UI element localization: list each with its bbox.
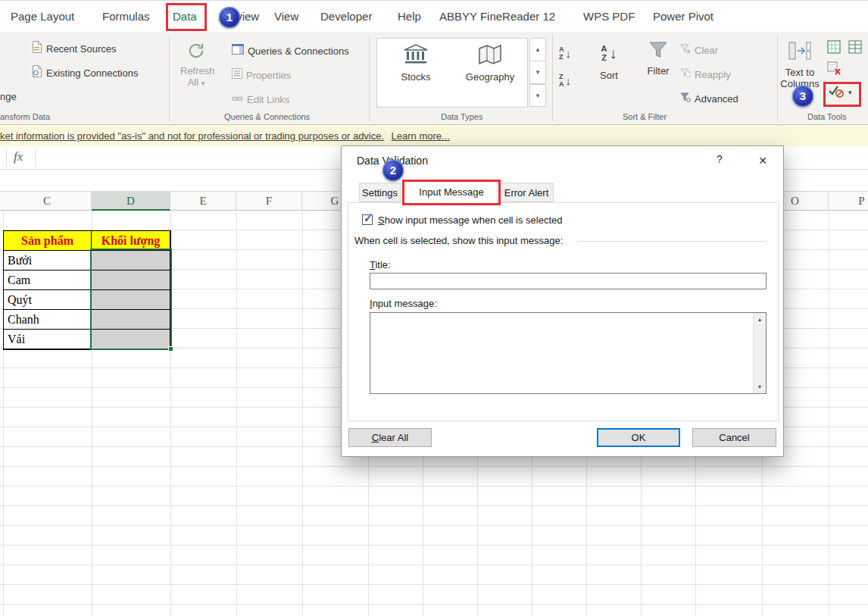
tab-input-message[interactable]: Input Message: [405, 180, 498, 203]
title-input[interactable]: [370, 273, 767, 289]
queries-connections-label: Queries & Connections: [248, 45, 349, 57]
text-to-columns-button[interactable]: Text to Columns: [780, 41, 820, 89]
market-disclaimer-text: ket information is provided "as-is" and …: [0, 130, 384, 142]
scrollbar-up-button[interactable]: ▴: [754, 313, 766, 326]
cell-weight[interactable]: [92, 251, 170, 270]
arrow-down-icon: ↓: [566, 74, 572, 87]
ok-button[interactable]: OK: [597, 428, 680, 447]
active-tab-underline: [170, 29, 205, 31]
tab-abbyy-finereader[interactable]: ABBYY FineReader 12: [439, 1, 555, 33]
cell-product[interactable]: Cam: [4, 270, 92, 290]
cell-weight[interactable]: [92, 310, 170, 330]
queries-connections-icon: [232, 44, 244, 58]
stocks-data-type[interactable]: Stocks: [379, 43, 453, 104]
advanced-filter-label: Advanced: [695, 93, 738, 105]
annotation-step-1: 1: [219, 7, 240, 28]
cancel-button[interactable]: Cancel: [692, 428, 776, 447]
clear-all-button[interactable]: Clear All: [348, 428, 432, 447]
learn-more-link[interactable]: Learn more...: [392, 130, 450, 142]
tab-error-alert[interactable]: Error Alert: [499, 183, 554, 202]
gallery-more-icon: ▾: [536, 92, 540, 99]
tab-wps-pdf[interactable]: WPS PDF: [583, 1, 635, 33]
cell-product[interactable]: Quýt: [4, 290, 92, 310]
properties-button[interactable]: Properties: [232, 67, 291, 83]
table-header-weight[interactable]: Khối lượng: [92, 231, 170, 251]
get-transform-group-label: ansform Data: [0, 112, 50, 121]
reapply-label: Reapply: [695, 69, 731, 80]
data-validation-button[interactable]: ▾: [827, 85, 852, 100]
arrow-down-icon: ↓: [566, 47, 572, 60]
table-header-product[interactable]: Sản phẩm: [4, 231, 92, 251]
tab-power-pivot[interactable]: Power Pivot: [653, 1, 713, 33]
tab-help[interactable]: Help: [398, 1, 421, 33]
from-table-range-label-cut[interactable]: nge: [0, 91, 17, 102]
sort-ascending-button[interactable]: AZ ↓: [559, 41, 588, 65]
tab-data[interactable]: Data: [173, 1, 197, 33]
geography-data-type[interactable]: Geography: [453, 43, 527, 104]
recent-sources-button[interactable]: Recent Sources: [32, 41, 117, 56]
column-header-d[interactable]: D: [92, 192, 170, 211]
recent-sources-label: Recent Sources: [46, 43, 117, 55]
textarea-scrollbar[interactable]: ▴ ▾: [753, 313, 766, 393]
tab-page-layout[interactable]: Page Layout: [11, 1, 74, 33]
column-header-c[interactable]: C: [3, 192, 92, 211]
remove-duplicates-button[interactable]: [827, 62, 841, 77]
geography-icon: [476, 55, 504, 68]
show-input-message-checkbox[interactable]: ✓: [362, 214, 373, 225]
remove-duplicates-icon: [827, 61, 841, 78]
filter-icon: [648, 49, 668, 62]
clear-filter-button[interactable]: Clear: [680, 42, 718, 58]
stocks-label: Stocks: [379, 71, 453, 83]
flash-fill-button[interactable]: [827, 41, 841, 56]
title-label: Title:: [370, 259, 391, 270]
sort-button[interactable]: AZ ↓ Sort: [591, 39, 627, 81]
dialog-close-button[interactable]: ✕: [752, 151, 773, 170]
sort-filter-group-label: Sort & Filter: [623, 112, 667, 121]
ribbon: Recent Sources Existing Connections nge …: [0, 32, 868, 125]
data-types-gallery: Stocks Geography: [376, 38, 528, 108]
gallery-more-button[interactable]: ▾: [529, 83, 546, 107]
data-validation-icon: [827, 83, 845, 102]
existing-connections-button[interactable]: Existing Connections: [32, 65, 138, 80]
column-header-e[interactable]: E: [170, 192, 236, 211]
fx-icon[interactable]: fx: [14, 149, 23, 164]
cell-weight[interactable]: [92, 270, 170, 290]
clear-filter-icon: [680, 43, 691, 57]
gallery-scroll-down-button[interactable]: ▾: [529, 61, 546, 84]
data-tools-group-label: Data Tools: [807, 112, 847, 121]
sort-descending-button[interactable]: ZA ↓: [559, 68, 588, 92]
gallery-scroll-up-button[interactable]: ▴: [529, 38, 546, 61]
text-to-columns-label-line1: Text to: [780, 67, 820, 78]
product-table: Sản phẩm Khối lượng Bưởi Cam Quýt Chanh …: [3, 230, 171, 350]
column-header-p[interactable]: P: [829, 192, 868, 211]
queries-group-label: Queries & Connections: [224, 112, 310, 121]
tab-view[interactable]: View: [274, 1, 298, 33]
sort-icon: AZ: [601, 44, 607, 62]
data-model-icon[interactable]: [848, 41, 862, 56]
scrollbar-down-button[interactable]: ▾: [754, 380, 766, 393]
refresh-all-button[interactable]: Refresh All ▾: [180, 41, 212, 88]
input-message-textarea[interactable]: ▴ ▾: [370, 312, 767, 394]
reapply-button[interactable]: Reapply: [680, 67, 731, 82]
dialog-help-button[interactable]: ?: [711, 153, 728, 165]
tab-settings[interactable]: Settings: [359, 183, 401, 202]
cell-product[interactable]: Bưởi: [4, 251, 92, 270]
cell-product[interactable]: Vải: [4, 330, 92, 349]
cell-product[interactable]: Chanh: [4, 310, 92, 330]
advanced-filter-button[interactable]: Advanced: [680, 91, 738, 106]
filter-button[interactable]: Filter: [639, 41, 678, 77]
ribbon-divider: [777, 35, 778, 121]
tab-developer[interactable]: Developer: [320, 1, 372, 33]
annotation-step-3: 3: [792, 86, 813, 107]
refresh-label-line2: All ▾: [180, 77, 212, 88]
ribbon-divider: [552, 35, 553, 121]
cell-weight[interactable]: [92, 330, 170, 349]
ribbon-tab-bar: Page Layout Formulas Data Review View De…: [0, 0, 868, 32]
cell-weight[interactable]: [92, 290, 170, 310]
column-header-f[interactable]: F: [236, 192, 302, 211]
show-input-message-label: Show input message when cell is selected: [378, 214, 563, 226]
existing-connections-label: Existing Connections: [46, 67, 138, 79]
queries-connections-button[interactable]: Queries & Connections: [232, 43, 349, 58]
tab-formulas[interactable]: Formulas: [102, 1, 150, 33]
edit-links-button[interactable]: Edit Links: [232, 92, 289, 107]
